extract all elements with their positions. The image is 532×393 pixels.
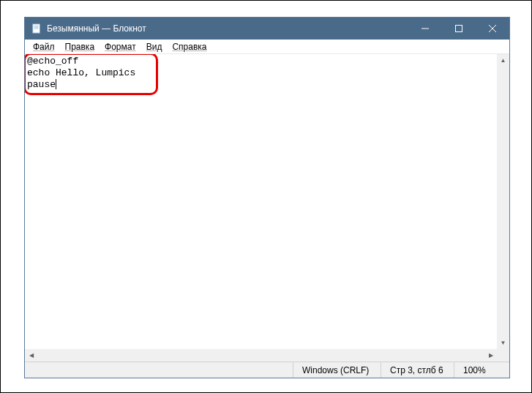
scroll-down-icon[interactable]: ▼ [497, 337, 509, 349]
scroll-left-icon[interactable]: ◀ [25, 349, 37, 362]
scroll-corner [497, 349, 509, 362]
svg-rect-5 [456, 26, 462, 32]
titlebar[interactable]: Безымянный — Блокнот [25, 18, 509, 40]
menu-help[interactable]: Справка [167, 40, 211, 53]
minimize-button[interactable] [408, 18, 442, 40]
horizontal-scrollbar[interactable]: ◀ ▶ [25, 349, 497, 362]
scroll-right-icon[interactable]: ▶ [484, 349, 497, 362]
menu-edit[interactable]: Правка [60, 40, 100, 53]
notepad-icon [31, 23, 42, 34]
menu-view[interactable]: Вид [141, 40, 168, 53]
vertical-scrollbar[interactable]: ▲ ▼ [497, 54, 509, 349]
menubar: Файл Правка Формат Вид Справка [25, 40, 509, 54]
menu-format[interactable]: Формат [100, 40, 141, 53]
status-encoding: Windows (CRLF) [293, 362, 381, 378]
editor-area[interactable]: @echo_off echo Hello, Lumpics pause ▲ ▼ … [25, 54, 509, 362]
text-content[interactable]: @echo_off echo Hello, Lumpics pause [27, 56, 135, 91]
statusbar: Windows (CRLF) Стр 3, стлб 6 100% [25, 362, 509, 378]
notepad-window: Безымянный — Блокнот Файл Правка Формат … [24, 17, 510, 378]
menu-file[interactable]: Файл [28, 40, 60, 53]
maximize-button[interactable] [442, 18, 476, 40]
editor-text: @echo_off echo Hello, Lumpics pause [27, 56, 135, 90]
status-position: Стр 3, стлб 6 [381, 362, 454, 378]
text-cursor [56, 79, 56, 89]
resize-grip[interactable] [498, 362, 509, 378]
window-controls [408, 18, 509, 40]
window-title: Безымянный — Блокнот [47, 23, 408, 34]
status-zoom: 100% [454, 362, 498, 378]
scroll-up-icon[interactable]: ▲ [497, 54, 509, 67]
close-button[interactable] [476, 18, 509, 40]
